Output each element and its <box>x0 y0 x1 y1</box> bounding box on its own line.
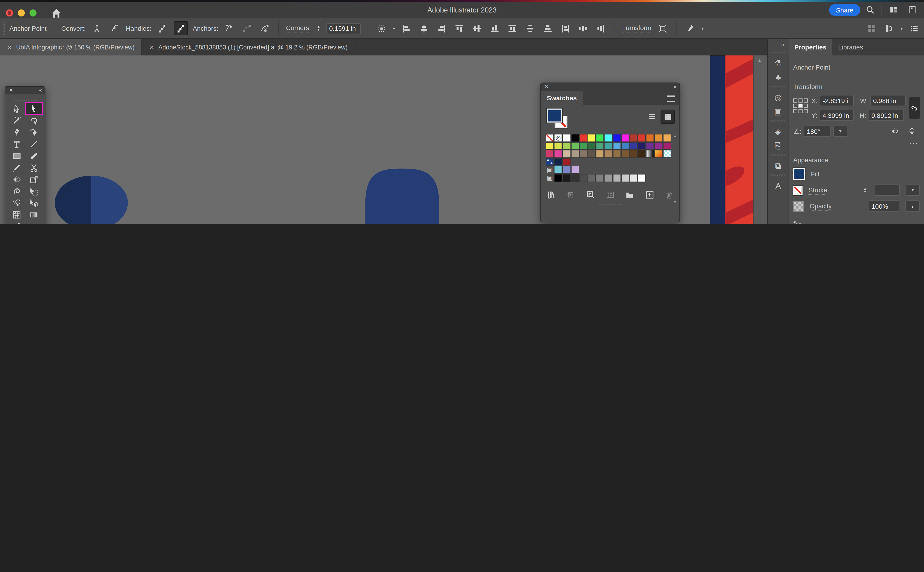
swatch[interactable] <box>563 150 571 158</box>
panel-menu-icon[interactable] <box>667 95 675 102</box>
height-input[interactable]: 0.8912 in <box>868 110 904 121</box>
swatch[interactable] <box>571 142 579 150</box>
swatch[interactable] <box>563 142 571 150</box>
woman-head[interactable] <box>366 169 439 224</box>
opacity-label[interactable]: Opacity <box>810 202 832 210</box>
close-tab-icon[interactable]: ✕ <box>149 44 154 50</box>
swatch[interactable] <box>612 142 621 150</box>
distribute-center-icon[interactable] <box>577 22 589 35</box>
swatch[interactable] <box>579 142 588 150</box>
distribute-bottom-icon[interactable] <box>541 22 554 35</box>
swatch[interactable] <box>654 142 663 150</box>
line-segment-tool[interactable] <box>25 138 42 150</box>
swatch[interactable] <box>588 174 596 182</box>
workspace-switcher-icon[interactable] <box>908 5 917 14</box>
swatch[interactable] <box>596 150 604 158</box>
blend-tool[interactable] <box>25 221 42 224</box>
remove-anchor-icon[interactable] <box>223 22 236 35</box>
transform-more-options[interactable]: ••• <box>794 140 919 146</box>
none-swatch[interactable] <box>546 134 554 142</box>
distribute-left-icon[interactable] <box>559 22 572 35</box>
scissors-tool[interactable] <box>25 162 42 173</box>
collapse-dock-icon[interactable]: « <box>781 41 784 48</box>
swatch[interactable] <box>621 134 629 142</box>
eyedropper-tool[interactable] <box>8 221 25 224</box>
pen-tool[interactable] <box>8 126 25 138</box>
distribute-top-icon[interactable] <box>506 22 519 35</box>
scrollbar-track[interactable] <box>753 56 768 224</box>
align-top-icon[interactable] <box>453 22 466 35</box>
collapse-icon[interactable]: « <box>39 87 41 93</box>
swatch[interactable] <box>579 150 588 158</box>
close-icon[interactable]: ✕ <box>9 87 13 93</box>
swatch[interactable] <box>563 134 571 142</box>
collapse-icon[interactable]: « <box>674 84 676 90</box>
swatch[interactable] <box>621 150 629 158</box>
align-to-artboard-icon[interactable] <box>375 22 388 35</box>
pen-options-icon[interactable] <box>684 22 697 35</box>
swatch[interactable] <box>588 150 596 158</box>
swatch[interactable] <box>663 142 671 150</box>
convert-to-corner-icon[interactable] <box>91 22 104 35</box>
dial-panel-icon[interactable]: ◎ <box>768 90 788 104</box>
navy-stripe[interactable] <box>710 56 726 224</box>
share-button[interactable]: Share <box>829 4 860 16</box>
swatch[interactable] <box>604 142 612 150</box>
pencil-tool[interactable] <box>8 162 25 173</box>
scroll-up-icon[interactable]: ▲ <box>757 58 762 63</box>
swatch[interactable] <box>646 142 654 150</box>
swatch[interactable] <box>629 150 637 158</box>
rotation-input[interactable]: 180° <box>804 126 831 137</box>
pat-check-swatch[interactable] <box>663 150 671 158</box>
grad-or-swatch[interactable] <box>654 150 663 158</box>
swatch[interactable] <box>612 150 621 158</box>
swatch[interactable] <box>629 142 637 150</box>
overlap-panel-icon[interactable]: ⧉ <box>768 159 788 173</box>
cut-path-icon[interactable] <box>258 22 271 35</box>
free-transform-icon[interactable] <box>656 22 669 35</box>
scroll-up-icon[interactable]: ▲ <box>673 134 677 138</box>
show-handles-icon[interactable] <box>156 22 169 35</box>
delete-swatch-icon[interactable] <box>665 190 673 199</box>
rectangle-tool[interactable] <box>8 150 25 162</box>
corners-label[interactable]: Corners: <box>286 24 311 33</box>
opacity-input[interactable]: 100% <box>868 201 899 211</box>
document-tab[interactable]: ✕ AdobeStock_588138853 (1) [Converted].a… <box>142 39 355 55</box>
align-bottom-icon[interactable] <box>488 22 501 35</box>
stroke-weight-input[interactable] <box>874 185 900 196</box>
distribute-right-icon[interactable] <box>594 22 607 35</box>
fx-button[interactable]: fx▾ <box>793 220 920 224</box>
swatch[interactable] <box>604 174 612 182</box>
swatch[interactable] <box>554 150 562 158</box>
swatch[interactable] <box>588 134 596 142</box>
swatch[interactable] <box>621 142 629 150</box>
swatch[interactable] <box>563 166 571 174</box>
stroke-label[interactable]: Stroke <box>808 186 827 194</box>
search-icon[interactable] <box>865 5 874 14</box>
hide-handles-icon[interactable] <box>174 21 188 35</box>
opacity-flyout[interactable]: › <box>905 201 920 211</box>
stroke-weight-dropdown[interactable]: ▾ <box>906 185 920 196</box>
tab-libraries[interactable]: Libraries <box>832 39 869 55</box>
swatch[interactable] <box>571 166 579 174</box>
clubs-panel-icon[interactable]: ♣ <box>768 70 788 84</box>
man-head-right[interactable] <box>91 176 128 224</box>
swatch[interactable] <box>629 134 637 142</box>
swatch[interactable] <box>604 150 612 158</box>
preferences-list-icon[interactable] <box>908 22 921 35</box>
swatch-options-icon[interactable] <box>606 190 614 199</box>
tab-swatches[interactable]: Swatches <box>541 91 583 105</box>
swatch[interactable] <box>563 174 571 182</box>
swatch[interactable] <box>637 134 646 142</box>
rotation-dropdown[interactable]: ▾ <box>833 126 847 137</box>
align-center-icon[interactable] <box>418 22 431 35</box>
corners-input[interactable]: 0.1591 in <box>326 23 360 34</box>
transform-link[interactable]: Transform <box>622 24 651 33</box>
tab-properties[interactable]: Properties <box>788 39 832 55</box>
arrange-documents-icon[interactable] <box>889 5 898 14</box>
selection-tool[interactable] <box>8 103 25 114</box>
shape-builder-tool[interactable] <box>8 197 25 209</box>
swatch[interactable] <box>637 174 646 182</box>
swatch[interactable] <box>629 174 637 182</box>
new-swatch-icon[interactable] <box>645 190 654 199</box>
